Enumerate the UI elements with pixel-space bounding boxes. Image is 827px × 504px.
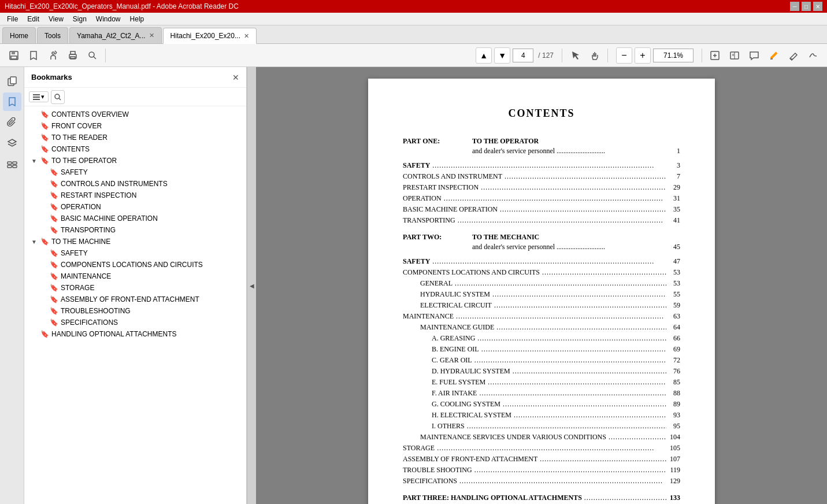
share-button[interactable] xyxy=(44,46,62,65)
svg-point-3 xyxy=(52,52,54,54)
menu-bar: File Edit View Sign Window Help xyxy=(0,13,827,25)
find-button[interactable] xyxy=(83,46,102,65)
sidebar-icon-tools[interactable] xyxy=(3,155,21,173)
sidebar-icon-layers[interactable] xyxy=(3,134,21,153)
bookmark-basic-machine[interactable]: 🔖 BASIC MACHINE OPERATION xyxy=(24,213,246,224)
read-mode-button[interactable] xyxy=(725,46,744,65)
bookmarks-toolbar: ▾ xyxy=(24,88,246,106)
toc-electrical-system: H. ELECTRICAL SYSTEM ...................… xyxy=(403,411,680,420)
collapse-panel-button[interactable]: ◀ xyxy=(247,67,256,504)
tab-tools[interactable]: Tools xyxy=(37,27,68,43)
bookmark-to-operator[interactable]: ▼ 🔖 TO THE OPERATOR xyxy=(24,155,246,166)
bookmark-button[interactable] xyxy=(24,46,43,65)
bookmark-contents[interactable]: 🔖 CONTENTS xyxy=(24,143,246,155)
bookmark-front-cover[interactable]: 🔖 FRONT COVER xyxy=(24,120,246,132)
bookmark-specifications[interactable]: 🔖 SPECIFICATIONS xyxy=(24,317,246,328)
bookmark-transporting[interactable]: 🔖 TRANSPORTING xyxy=(24,224,246,236)
prev-page-button[interactable]: ▲ xyxy=(476,47,492,64)
bookmark-icon: 🔖 xyxy=(40,157,49,165)
bookmark-icon: 🔖 xyxy=(40,145,49,153)
fit-page-button[interactable] xyxy=(706,46,724,65)
bookmark-maintenance[interactable]: 🔖 MAINTENANCE xyxy=(24,270,246,282)
bookmark-handling-optional[interactable]: 🔖 HANDLING OPTIONAL ATTACHMENTS xyxy=(24,328,246,340)
title-bar-text: Hitachi_Ex200_Ex200lc_Operators_Manual.p… xyxy=(5,2,790,10)
save-button[interactable] xyxy=(5,46,23,65)
tab-tools-label: Tools xyxy=(44,32,61,40)
highlight-button[interactable] xyxy=(765,46,783,65)
bookmark-controls-instruments[interactable]: 🔖 CONTROLS AND INSTRUMENTS xyxy=(24,178,246,190)
bookmarks-close-button[interactable]: ✕ xyxy=(232,73,239,82)
svg-point-7 xyxy=(89,52,94,57)
zoom-display[interactable]: 71.1% xyxy=(653,49,694,62)
menu-view[interactable]: View xyxy=(44,14,68,24)
part-two-title: TO THE MECHANIC xyxy=(472,233,539,242)
bookmark-icon: 🔖 xyxy=(50,226,58,234)
toc-maintenance: MAINTENANCE ............................… xyxy=(403,312,680,321)
bookmarks-menu-arrow: ▾ xyxy=(41,93,44,101)
bookmark-to-reader[interactable]: 🔖 TO THE READER xyxy=(24,132,246,143)
select-tool-button[interactable] xyxy=(566,46,584,65)
sign-button[interactable] xyxy=(804,46,822,65)
maximize-button[interactable]: □ xyxy=(802,2,811,11)
minimize-button[interactable]: ─ xyxy=(790,2,799,11)
bookmark-safety-machine[interactable]: 🔖 SAFETY xyxy=(24,247,246,259)
zoom-in-button[interactable]: + xyxy=(635,47,651,64)
page-number-input[interactable] xyxy=(513,49,533,62)
tab-yamaha[interactable]: Yamaha_At2_Ct2_A... ✕ xyxy=(69,27,162,43)
tab-hitachi-close[interactable]: ✕ xyxy=(244,32,249,40)
part-two-label: PART TWO: xyxy=(403,233,472,242)
expand-icon: ▼ xyxy=(31,239,38,245)
tab-home[interactable]: Home xyxy=(2,27,36,43)
svg-rect-22 xyxy=(13,162,17,164)
bookmarks-menu-button[interactable]: ▾ xyxy=(29,91,49,102)
draw-button[interactable] xyxy=(784,46,803,65)
bookmark-label: SPECIFICATIONS xyxy=(61,318,118,327)
tab-hitachi[interactable]: Hitachi_Ex200_Ex20... ✕ xyxy=(163,28,257,44)
next-page-button[interactable]: ▼ xyxy=(494,47,510,64)
print-button[interactable] xyxy=(64,46,82,65)
toc-specifications: SPECIFICATIONS .........................… xyxy=(403,477,680,486)
tab-yamaha-close[interactable]: ✕ xyxy=(149,32,154,39)
bookmark-assembly-front-end[interactable]: 🔖 ASSEMBLY OF FRONT-END ATTACHMENT xyxy=(24,294,246,305)
menu-help[interactable]: Help xyxy=(125,14,149,24)
svg-line-29 xyxy=(59,98,61,100)
toc-engine-oil: B. ENGINE OIL ..........................… xyxy=(403,345,680,354)
bookmark-safety-operator[interactable]: 🔖 SAFETY xyxy=(24,166,246,178)
sidebar-icon-attachment[interactable] xyxy=(3,113,21,132)
sidebar-icon-copy[interactable] xyxy=(3,72,21,90)
bookmark-contents-overview[interactable]: 🔖 CONTENTS OVERVIEW xyxy=(24,109,246,120)
bookmark-storage[interactable]: 🔖 STORAGE xyxy=(24,282,246,294)
bookmark-label: MAINTENANCE xyxy=(61,272,111,280)
menu-sign[interactable]: Sign xyxy=(68,14,91,24)
toolbar-separator-2 xyxy=(562,49,562,62)
menu-window[interactable]: Window xyxy=(91,14,125,24)
close-window-button[interactable]: ✕ xyxy=(813,2,822,11)
toolbar-separator-3 xyxy=(607,49,608,62)
hand-tool-button[interactable] xyxy=(585,46,604,65)
bookmark-to-machine[interactable]: ▼ 🔖 TO THE MACHINE xyxy=(24,236,246,247)
tab-yamaha-label: Yamaha_At2_Ct2_A... xyxy=(77,32,146,40)
svg-rect-2 xyxy=(11,56,17,59)
sidebar-icon-bookmark[interactable] xyxy=(3,92,21,111)
comment-button[interactable] xyxy=(745,46,763,65)
bookmark-operation[interactable]: 🔖 OPERATION xyxy=(24,201,246,213)
menu-edit[interactable]: Edit xyxy=(23,14,44,24)
toc-greasing: A. GREASING ............................… xyxy=(403,334,680,343)
bookmark-icon: 🔖 xyxy=(50,180,58,188)
toc-transporting: TRANSPORTING ...........................… xyxy=(403,216,680,225)
menu-file[interactable]: File xyxy=(2,14,23,24)
bookmark-label: COMPONENTS LOCATIONS AND CIRCUITS xyxy=(61,261,203,269)
bookmarks-title: Bookmarks xyxy=(31,73,72,81)
pdf-area[interactable]: CONTENTS PART ONE: TO THE OPERATOR and d… xyxy=(256,67,827,504)
bookmark-components-locations[interactable]: 🔖 COMPONENTS LOCATIONS AND CIRCUITS xyxy=(24,259,246,270)
nav-controls: ▲ ▼ / 127 xyxy=(476,47,554,64)
bookmark-label: CONTENTS OVERVIEW xyxy=(51,110,129,118)
part-one-title: TO THE OPERATOR xyxy=(472,137,539,146)
svg-rect-5 xyxy=(71,51,75,54)
bookmark-restart-inspection[interactable]: 🔖 RESTART INSPECTION xyxy=(24,190,246,201)
toc-assembly: ASSEMBLY OF FRONT-END ATTACHMENT .......… xyxy=(403,455,680,464)
title-bar: Hitachi_Ex200_Ex200lc_Operators_Manual.p… xyxy=(0,0,827,13)
bookmark-troubleshooting[interactable]: 🔖 TROUBLESHOOTING xyxy=(24,305,246,317)
bookmarks-search-button[interactable] xyxy=(51,90,65,104)
zoom-out-button[interactable]: − xyxy=(616,47,632,64)
